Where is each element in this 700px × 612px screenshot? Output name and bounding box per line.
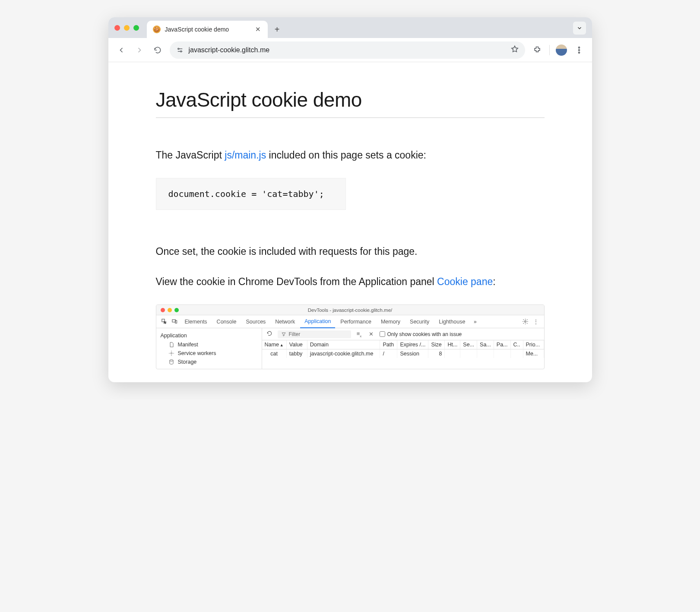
devtools-body: Application Manifest Service workers Sto… [156,328,544,369]
tab-title: JavaScript cookie demo [165,26,229,33]
only-issue-checkbox[interactable]: Only show cookies with an issue [380,331,462,337]
device-toggle-icon[interactable] [170,318,180,325]
page-content: JavaScript cookie demo The JavaScript js… [108,62,592,382]
window-minimize-button[interactable] [124,25,130,31]
col-path[interactable]: Path [380,340,397,349]
col-size[interactable]: Size [428,340,445,349]
extensions-button[interactable] [531,44,543,56]
svg-point-2 [578,47,580,48]
devtools-tab-memory[interactable]: Memory [377,315,405,328]
devtools-screenshot: DevTools - javascript-cookie.glitch.me/ … [156,304,545,369]
cell-samesite [477,349,494,358]
cell-httponly [445,349,460,358]
bookmark-star-icon[interactable] [510,45,519,55]
col-name[interactable]: Name▲ [262,340,287,349]
para3-pre: View the cookie in Chrome DevTools from … [156,276,437,287]
cell-cross [510,349,523,358]
devtools-sidebar: Application Manifest Service workers Sto… [156,328,262,369]
reload-button[interactable] [152,44,164,56]
url-text: javascript-cookie.glitch.me [189,46,270,54]
cell-secure [460,349,477,358]
tab-close-button[interactable]: ✕ [254,25,262,34]
intro-text-post: included on this page sets a cookie: [266,149,426,161]
svg-point-1 [180,51,181,52]
paragraph-2: Once set, the cookie is included with re… [156,244,545,259]
col-httponly[interactable]: Ht... [445,340,460,349]
devtools-tab-network[interactable]: Network [271,315,299,328]
cell-domain: javascript-cookie.glitch.me [307,349,380,358]
col-domain[interactable]: Domain [307,340,380,349]
devtools-tab-elements[interactable]: Elements [181,315,212,328]
devtools-more-tabs-icon[interactable]: » [470,319,480,325]
sidebar-header-application: Application [156,331,262,340]
cookies-filter-input[interactable]: Filter [278,330,351,338]
col-expires[interactable]: Expires /... [397,340,428,349]
only-issue-label: Only show cookies with an issue [387,331,462,337]
chrome-menu-button[interactable] [573,44,585,56]
sidebar-item-service-workers[interactable]: Service workers [156,349,262,358]
svg-point-8 [525,321,526,323]
cell-partition [494,349,510,358]
devtools-tab-security[interactable]: Security [405,315,434,328]
site-info-icon[interactable] [176,46,184,54]
filter-placeholder: Filter [289,331,301,337]
devtools-tab-performance[interactable]: Performance [336,315,376,328]
only-issue-checkbox-input[interactable] [380,331,385,337]
browser-toolbar: javascript-cookie.glitch.me [108,38,592,62]
col-secure[interactable]: Se... [460,340,477,349]
code-block: document.cookie = 'cat=tabby'; [156,178,346,210]
address-bar[interactable]: javascript-cookie.glitch.me [170,41,525,59]
favicon-cookie-icon: 🍪 [153,25,161,33]
main-js-link[interactable]: js/main.js [225,149,266,161]
col-samesite[interactable]: Sa... [477,340,494,349]
tab-strip: 🍪 JavaScript cookie demo ✕ + [108,17,592,38]
col-partition[interactable]: Pa... [494,340,510,349]
para3-post: : [493,276,495,287]
svg-point-0 [177,48,179,49]
tabs-dropdown-button[interactable] [573,22,586,35]
forward-button[interactable] [133,44,146,56]
col-cross[interactable]: C.. [510,340,523,349]
new-tab-button[interactable]: + [270,22,284,36]
svg-point-9 [171,352,172,354]
col-value[interactable]: Value [286,340,307,349]
cell-size: 8 [428,349,445,358]
devtools-tab-sources[interactable]: Sources [241,315,270,328]
inspect-icon[interactable] [160,318,169,325]
devtools-main: Filter ≡x ✕ Only show cookies with an is… [262,328,544,369]
cookie-pane-link[interactable]: Cookie pane [437,276,493,287]
browser-tab[interactable]: 🍪 JavaScript cookie demo ✕ [147,21,268,38]
browser-window: 🍪 JavaScript cookie demo ✕ + javasc [108,17,592,382]
intro-paragraph: The JavaScript js/main.js included on th… [156,148,545,162]
cell-path: / [380,349,397,358]
refresh-cookies-icon[interactable] [266,330,273,338]
svg-point-10 [169,360,173,361]
devtools-tab-lighthouse[interactable]: Lighthouse [434,315,469,328]
devtools-title: DevTools - javascript-cookie.glitch.me/ [156,308,544,313]
devtools-titlebar: DevTools - javascript-cookie.glitch.me/ [156,305,544,315]
sidebar-item-storage[interactable]: Storage [156,358,262,366]
window-controls [114,17,147,38]
cookies-table: Name▲ Value Domain Path Expires /... Siz… [262,340,544,358]
devtools-tab-application[interactable]: Application [300,315,335,328]
back-button[interactable] [115,44,127,56]
page-heading: JavaScript cookie demo [156,88,545,118]
col-priority[interactable]: Prio... [523,340,544,349]
cell-name: cat [262,349,287,358]
cell-expires: Session [397,349,428,358]
sidebar-label-manifest: Manifest [178,342,198,348]
intro-text-pre: The JavaScript [156,149,225,161]
clear-all-icon[interactable]: ✕ [367,331,375,337]
devtools-settings-icon[interactable] [521,318,530,325]
svg-point-4 [578,52,580,53]
cookie-row[interactable]: cat tabby javascript-cookie.glitch.me / … [262,349,544,358]
window-zoom-button[interactable] [133,25,139,31]
toolbar-divider [549,45,550,55]
sidebar-label-storage: Storage [178,359,197,365]
profile-avatar[interactable] [556,44,567,56]
devtools-tab-console[interactable]: Console [212,315,241,328]
devtools-menu-icon[interactable]: ⋮ [531,319,541,325]
window-close-button[interactable] [114,25,120,31]
clear-filter-icon[interactable]: ≡x [355,330,363,338]
sidebar-item-manifest[interactable]: Manifest [156,340,262,349]
